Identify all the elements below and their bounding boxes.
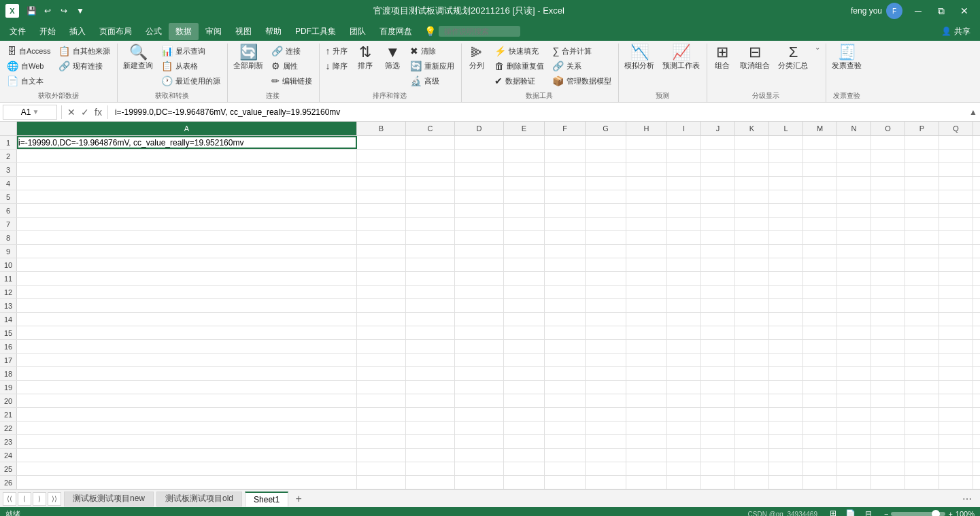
cell-N3[interactable] <box>837 163 871 176</box>
cell-B2[interactable] <box>357 150 406 162</box>
cell-B5[interactable] <box>357 190 406 203</box>
cell-M21[interactable] <box>803 408 837 421</box>
cell-I22[interactable] <box>667 422 701 434</box>
sheet-nav-next[interactable]: ⟩ <box>33 492 46 506</box>
col-header-k[interactable]: K <box>735 122 769 135</box>
cell-P3[interactable] <box>905 163 939 176</box>
cell-I20[interactable] <box>667 394 701 407</box>
cell-H18[interactable] <box>626 367 667 380</box>
cell-J22[interactable] <box>701 422 735 434</box>
col-header-c[interactable]: C <box>406 122 455 135</box>
cell-A17[interactable] <box>17 354 357 366</box>
cell-M3[interactable] <box>803 163 837 176</box>
cell-G8[interactable] <box>586 231 626 244</box>
cell-R9[interactable] <box>973 245 980 258</box>
cell-M22[interactable] <box>803 422 837 434</box>
cell-Q11[interactable] <box>939 272 973 285</box>
cell-K15[interactable] <box>735 326 769 339</box>
row-num-2[interactable]: 2 <box>0 150 17 162</box>
cell-M14[interactable] <box>803 313 837 326</box>
cell-D7[interactable] <box>455 218 504 230</box>
cell-H17[interactable] <box>626 354 667 366</box>
btn-split-col[interactable]: ⫸ 分列 <box>464 44 489 71</box>
cell-P25[interactable] <box>905 462 939 475</box>
cell-J23[interactable] <box>701 435 735 448</box>
cell-J20[interactable] <box>701 394 735 407</box>
row-num-18[interactable]: 18 <box>0 367 17 380</box>
cell-A5[interactable] <box>17 190 357 203</box>
cell-O13[interactable] <box>871 299 905 312</box>
cell-R1[interactable] <box>973 136 980 149</box>
zoom-out-btn[interactable]: − <box>884 510 888 516</box>
cell-L10[interactable] <box>769 258 803 271</box>
cell-F16[interactable] <box>545 340 586 353</box>
cell-E21[interactable] <box>504 408 545 421</box>
cell-E6[interactable] <box>504 204 545 217</box>
cell-J21[interactable] <box>701 408 735 421</box>
col-header-b[interactable]: B <box>357 122 406 135</box>
cell-F3[interactable] <box>545 163 586 176</box>
cell-Q2[interactable] <box>939 150 973 162</box>
cell-F4[interactable] <box>545 177 586 190</box>
btn-invoice[interactable]: 🧾 发票查验 <box>829 44 864 71</box>
col-header-i[interactable]: I <box>667 122 701 135</box>
cell-F8[interactable] <box>545 231 586 244</box>
cell-O19[interactable] <box>871 381 905 394</box>
cell-B13[interactable] <box>357 299 406 312</box>
btn-clear[interactable]: ✖ 清除 <box>407 44 457 58</box>
zoom-slider[interactable] <box>891 512 945 516</box>
cell-M13[interactable] <box>803 299 837 312</box>
cell-F10[interactable] <box>545 258 586 271</box>
cell-P2[interactable] <box>905 150 939 162</box>
cell-N18[interactable] <box>837 367 871 380</box>
cell-R8[interactable] <box>973 231 980 244</box>
cell-N25[interactable] <box>837 462 871 475</box>
btn-sort[interactable]: ⇅ 排序 <box>353 44 377 71</box>
cell-J10[interactable] <box>701 258 735 271</box>
cell-L2[interactable] <box>769 150 803 162</box>
cell-F15[interactable] <box>545 326 586 339</box>
cell-M12[interactable] <box>803 286 837 298</box>
cell-M23[interactable] <box>803 435 837 448</box>
btn-access[interactable]: 🗄 自Access <box>4 44 53 58</box>
cell-L6[interactable] <box>769 204 803 217</box>
cell-K18[interactable] <box>735 367 769 380</box>
cell-D13[interactable] <box>455 299 504 312</box>
cell-O7[interactable] <box>871 218 905 230</box>
cell-H10[interactable] <box>626 258 667 271</box>
cell-F2[interactable] <box>545 150 586 162</box>
cell-I24[interactable] <box>667 449 701 462</box>
row-num-19[interactable]: 19 <box>0 381 17 394</box>
row-num-23[interactable]: 23 <box>0 435 17 448</box>
cell-M16[interactable] <box>803 340 837 353</box>
cell-M8[interactable] <box>803 231 837 244</box>
cell-O16[interactable] <box>871 340 905 353</box>
cell-J2[interactable] <box>701 150 735 162</box>
cell-Q24[interactable] <box>939 449 973 462</box>
btn-advanced[interactable]: 🔬 高级 <box>407 73 457 88</box>
cell-J26[interactable] <box>701 476 735 489</box>
formula-expand-btn[interactable]: ▲ <box>969 107 977 117</box>
cell-H22[interactable] <box>626 422 667 434</box>
cell-E19[interactable] <box>504 381 545 394</box>
cell-C9[interactable] <box>406 245 455 258</box>
cell-D2[interactable] <box>455 150 504 162</box>
cell-Q19[interactable] <box>939 381 973 394</box>
cell-K13[interactable] <box>735 299 769 312</box>
cell-M18[interactable] <box>803 367 837 380</box>
cell-R19[interactable] <box>973 381 980 394</box>
cell-C4[interactable] <box>406 177 455 190</box>
sheet-nav-first[interactable]: ⟨⟨ <box>3 492 16 506</box>
cell-B16[interactable] <box>357 340 406 353</box>
cell-E7[interactable] <box>504 218 545 230</box>
cell-C7[interactable] <box>406 218 455 230</box>
cell-C11[interactable] <box>406 272 455 285</box>
row-num-25[interactable]: 25 <box>0 462 17 475</box>
cell-F17[interactable] <box>545 354 586 366</box>
cell-E15[interactable] <box>504 326 545 339</box>
cell-E18[interactable] <box>504 367 545 380</box>
cell-J6[interactable] <box>701 204 735 217</box>
cell-I25[interactable] <box>667 462 701 475</box>
cell-L18[interactable] <box>769 367 803 380</box>
cell-O14[interactable] <box>871 313 905 326</box>
